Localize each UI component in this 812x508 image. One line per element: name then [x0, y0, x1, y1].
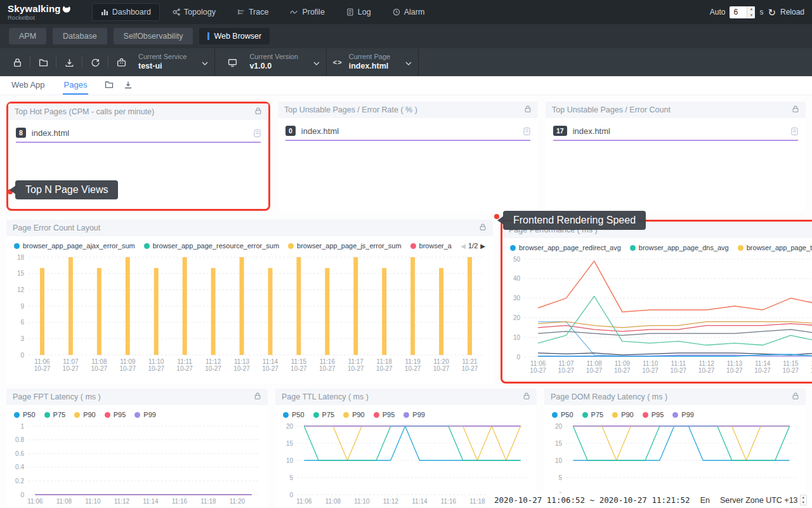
top-list-item[interactable]: 0index.html: [278, 118, 538, 140]
refresh-icon[interactable]: [84, 54, 106, 70]
download-icon[interactable]: [58, 54, 80, 70]
step-up-icon[interactable]: ▲: [747, 6, 755, 13]
svg-text:10-27: 10-27: [291, 365, 307, 372]
legend-item[interactable]: P95: [643, 411, 664, 418]
top-list-item[interactable]: 8index.html: [8, 120, 268, 142]
svg-text:10-27: 10-27: [405, 365, 421, 372]
auto-interval-input[interactable]: 6 ▲▼: [730, 6, 755, 18]
svg-text:15: 15: [286, 440, 294, 447]
auto-unit: s: [759, 8, 763, 17]
svg-text:11:12: 11:12: [206, 358, 221, 365]
clipboard-icon[interactable]: [791, 127, 798, 135]
card-ttl-latency: Page TTL Latency ( ms ) P50P75P90P95P99 …: [275, 389, 537, 508]
legend-item[interactable]: browser_app_page_js_error_sum: [288, 242, 401, 250]
bar-chart-page-error-count[interactable]: 036912151811:0610-2711:0710-2711:0810-27…: [6, 252, 493, 377]
legend-item[interactable]: browser_app_page_resource_error_sum: [144, 242, 279, 250]
svg-text:6: 6: [20, 319, 24, 326]
legend-item[interactable]: browser_app_page_dns_avg: [630, 244, 729, 251]
legend-dot: [14, 412, 20, 418]
legend-item[interactable]: P75: [44, 411, 66, 418]
legend-item[interactable]: P90: [74, 411, 96, 418]
svg-text:11:07: 11:07: [558, 360, 574, 367]
category-selfobservability[interactable]: SelfObservability: [114, 28, 193, 44]
legend-item[interactable]: P75: [313, 411, 335, 418]
auto-interval-stepper[interactable]: ▲▼: [747, 6, 755, 18]
nav-item-topology[interactable]: Topology: [164, 3, 225, 21]
nav-item-log[interactable]: Log: [337, 3, 380, 21]
lock-icon[interactable]: [523, 391, 530, 403]
lock-icon[interactable]: [792, 104, 799, 116]
svg-text:10-27: 10-27: [91, 365, 108, 372]
pager-prev-icon[interactable]: ◀: [461, 243, 466, 250]
nav-item-trace[interactable]: Trace: [228, 3, 278, 21]
legend-item[interactable]: P75: [582, 411, 604, 418]
download-icon[interactable]: [124, 81, 133, 89]
legend-item[interactable]: P50: [14, 411, 36, 418]
tab-pages[interactable]: Pages: [63, 76, 89, 95]
top-list-item[interactable]: 17index.html: [546, 118, 806, 140]
lock-icon[interactable]: [254, 106, 262, 117]
line-chart-fpt-latency[interactable]: 00.20.40.60.8111:0611:0811:1011:1211:141…: [6, 421, 268, 508]
reload-label[interactable]: Reload: [780, 8, 804, 17]
page-tabs: Web App Pages: [0, 76, 812, 95]
nav-item-dashboard[interactable]: Dashboard: [92, 3, 160, 21]
legend-dot: [582, 412, 588, 418]
current-service-selector[interactable]: Current Service test-ui: [110, 53, 208, 71]
tab-web-app[interactable]: Web App: [10, 76, 46, 93]
nav-item-profile[interactable]: Profile: [281, 3, 333, 21]
legend-item[interactable]: browser_a: [410, 242, 452, 250]
zone-stepper[interactable]: ▲▼: [800, 495, 807, 505]
category-database[interactable]: Database: [53, 28, 107, 44]
step-up-icon[interactable]: ▲: [801, 495, 806, 500]
version-icon: [221, 54, 243, 70]
legend-item[interactable]: P99: [134, 411, 156, 418]
lock-icon[interactable]: [254, 391, 261, 403]
svg-text:11:10: 11:10: [148, 358, 164, 365]
svg-text:0.6: 0.6: [15, 450, 24, 457]
nav-item-alarm[interactable]: Alarm: [384, 3, 434, 21]
server-zone[interactable]: Server Zone UTC +13 ▲▼: [720, 495, 807, 505]
legend-item[interactable]: P50: [283, 411, 304, 418]
card-title: Top Hot Pages (CPM - calls per minute): [15, 107, 254, 116]
legend-item[interactable]: P90: [343, 411, 365, 418]
pager-next-icon[interactable]: ▶: [480, 243, 485, 250]
lock-icon[interactable]: [524, 104, 532, 116]
clipboard-icon[interactable]: [523, 127, 530, 135]
time-range[interactable]: 2020-10-27 11:06:52 ~ 2020-10-27 11:21:5…: [494, 495, 690, 505]
legend-item[interactable]: browser_app_page_ttfb_avg: [738, 244, 812, 251]
category-web-browser[interactable]: Web Browser: [199, 28, 270, 44]
current-version-selector[interactable]: Current Version v1.0.0: [221, 53, 319, 71]
chart-legend: P50P75P90P95P99: [6, 405, 268, 421]
dashboard-toolbar: Current Service test-ui Current Version …: [0, 48, 812, 76]
lock-icon[interactable]: [479, 222, 487, 234]
lock-icon[interactable]: [792, 391, 799, 403]
legend-item[interactable]: browser_app_page_redirect_avg: [510, 244, 621, 251]
current-page-selector[interactable]: <> Current Page index.html: [333, 53, 412, 71]
legend-item[interactable]: P50: [552, 411, 573, 418]
language-toggle[interactable]: En: [700, 496, 710, 505]
code-icon: <>: [333, 58, 343, 66]
legend-item[interactable]: P90: [612, 411, 634, 418]
category-apm[interactable]: APM: [9, 28, 46, 44]
svg-text:10-27: 10-27: [119, 365, 136, 372]
legend-dot: [105, 412, 110, 418]
legend-item[interactable]: P99: [672, 411, 694, 418]
lock-icon[interactable]: [6, 54, 28, 70]
legend-item[interactable]: P99: [403, 411, 425, 418]
chart-legend: P50P75P90P95P99: [275, 405, 537, 421]
reload-icon[interactable]: ↻: [768, 8, 776, 17]
folder-icon[interactable]: [105, 81, 114, 89]
legend-item[interactable]: P95: [105, 411, 126, 418]
step-down-icon[interactable]: ▼: [747, 12, 755, 18]
folder-icon[interactable]: [32, 54, 54, 70]
svg-text:10-27: 10-27: [558, 367, 575, 374]
clipboard-icon[interactable]: [254, 129, 261, 137]
log-icon: [346, 8, 354, 16]
middle-charts-row: Page Error Count Layout browser_app_page…: [6, 220, 806, 384]
logo[interactable]: Skywalking Rocketbot: [8, 4, 70, 21]
step-down-icon[interactable]: ▼: [801, 500, 806, 505]
legend-item[interactable]: P95: [374, 411, 395, 418]
line-chart-page-performance[interactable]: 0102030405011:0610-2711:0710-2711:0810-2…: [502, 254, 812, 378]
profile-icon: [290, 8, 298, 16]
legend-item[interactable]: browser_app_page_ajax_error_sum: [14, 242, 135, 250]
